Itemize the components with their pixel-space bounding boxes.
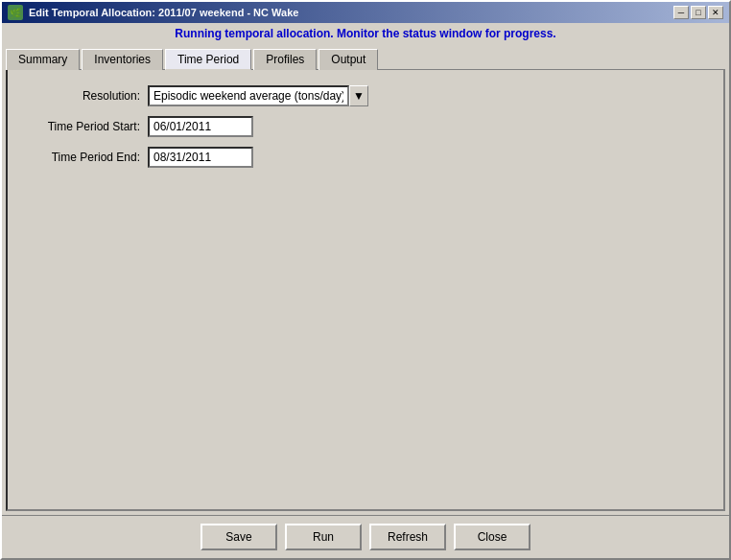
title-bar-left: 🌿 Edit Temporal Allocation: 2011/07 week… [8, 5, 298, 20]
time-period-end-input[interactable] [148, 147, 253, 168]
time-period-end-row: Time Period End: [23, 147, 708, 168]
time-period-start-row: Time Period Start: [23, 116, 708, 137]
close-button-bottom[interactable]: Close [454, 524, 531, 550]
refresh-label: Refresh [388, 530, 428, 544]
resolution-dropdown-arrow[interactable]: ▼ [349, 85, 368, 106]
resolution-label: Resolution: [23, 89, 148, 103]
save-button[interactable]: Save [200, 524, 277, 550]
form-section: Resolution: Episodic weekend average (to… [23, 85, 708, 177]
title-bar-buttons: ─ □ ✕ [673, 6, 723, 19]
resolution-select[interactable]: Episodic weekend average (tons/day)Episo… [148, 85, 349, 106]
run-label: Run [313, 530, 334, 544]
window-title: Edit Temporal Allocation: 2011/07 weeken… [29, 7, 298, 18]
tab-inventories[interactable]: Inventories [82, 49, 163, 70]
bottom-bar: Save Run Refresh Close [2, 515, 729, 558]
content-area: Resolution: Episodic weekend average (to… [6, 69, 725, 511]
save-label: Save [225, 530, 251, 544]
maximize-button[interactable]: □ [691, 6, 706, 19]
tabs-container: Summary Inventories Time Period Profiles… [2, 44, 729, 69]
status-message: Running temporal allocation. Monitor the… [175, 27, 555, 40]
title-bar: 🌿 Edit Temporal Allocation: 2011/07 week… [2, 2, 729, 23]
refresh-button[interactable]: Refresh [369, 524, 446, 550]
resolution-container: Episodic weekend average (tons/day)Episo… [148, 85, 368, 106]
close-label: Close [478, 530, 507, 544]
tab-summary[interactable]: Summary [6, 49, 80, 70]
tab-output[interactable]: Output [318, 49, 378, 70]
main-window: 🌿 Edit Temporal Allocation: 2011/07 week… [0, 0, 731, 560]
time-period-start-input[interactable] [148, 116, 253, 137]
time-period-start-label: Time Period Start: [23, 120, 148, 133]
app-icon: 🌿 [8, 5, 23, 20]
time-period-end-label: Time Period End: [23, 151, 148, 164]
run-button[interactable]: Run [285, 524, 362, 550]
tab-profiles[interactable]: Profiles [253, 49, 317, 70]
status-bar: Running temporal allocation. Monitor the… [2, 23, 729, 44]
close-button[interactable]: ✕ [708, 6, 723, 19]
minimize-button[interactable]: ─ [673, 6, 689, 19]
resolution-row: Resolution: Episodic weekend average (to… [23, 85, 708, 106]
tab-time-period[interactable]: Time Period [165, 49, 251, 70]
